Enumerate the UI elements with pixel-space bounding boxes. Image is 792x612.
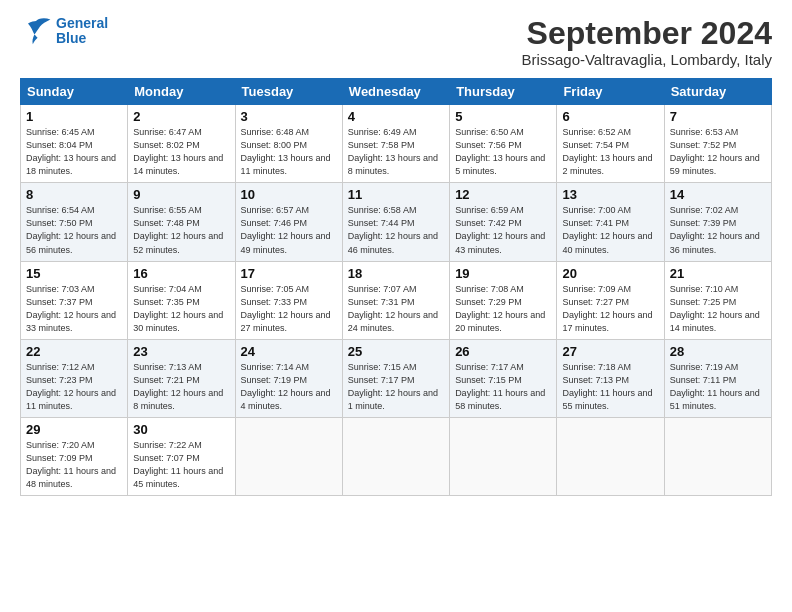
day-info: Sunrise: 6:49 AM Sunset: 7:58 PM Dayligh… — [348, 126, 444, 178]
calendar-cell: 17 Sunrise: 7:05 AM Sunset: 7:33 PM Dayl… — [235, 261, 342, 339]
logo-text: General Blue — [56, 16, 108, 47]
calendar-cell — [342, 417, 449, 495]
calendar-cell: 1 Sunrise: 6:45 AM Sunset: 8:04 PM Dayli… — [21, 105, 128, 183]
day-number: 3 — [241, 109, 337, 124]
day-info: Sunrise: 7:13 AM Sunset: 7:21 PM Dayligh… — [133, 361, 229, 413]
calendar-cell: 18 Sunrise: 7:07 AM Sunset: 7:31 PM Dayl… — [342, 261, 449, 339]
calendar-cell: 30 Sunrise: 7:22 AM Sunset: 7:07 PM Dayl… — [128, 417, 235, 495]
header-friday: Friday — [557, 79, 664, 105]
header-thursday: Thursday — [450, 79, 557, 105]
day-number: 11 — [348, 187, 444, 202]
logo-icon — [20, 17, 52, 45]
day-number: 21 — [670, 266, 766, 281]
calendar-cell: 8 Sunrise: 6:54 AM Sunset: 7:50 PM Dayli… — [21, 183, 128, 261]
calendar-cell — [450, 417, 557, 495]
calendar-cell: 29 Sunrise: 7:20 AM Sunset: 7:09 PM Dayl… — [21, 417, 128, 495]
day-number: 4 — [348, 109, 444, 124]
day-info: Sunrise: 7:07 AM Sunset: 7:31 PM Dayligh… — [348, 283, 444, 335]
day-info: Sunrise: 7:14 AM Sunset: 7:19 PM Dayligh… — [241, 361, 337, 413]
calendar-cell: 19 Sunrise: 7:08 AM Sunset: 7:29 PM Dayl… — [450, 261, 557, 339]
day-info: Sunrise: 6:55 AM Sunset: 7:48 PM Dayligh… — [133, 204, 229, 256]
day-info: Sunrise: 6:50 AM Sunset: 7:56 PM Dayligh… — [455, 126, 551, 178]
day-number: 8 — [26, 187, 122, 202]
day-number: 9 — [133, 187, 229, 202]
calendar-cell: 12 Sunrise: 6:59 AM Sunset: 7:42 PM Dayl… — [450, 183, 557, 261]
day-info: Sunrise: 7:00 AM Sunset: 7:41 PM Dayligh… — [562, 204, 658, 256]
day-number: 28 — [670, 344, 766, 359]
location-title: Brissago-Valtravaglia, Lombardy, Italy — [522, 51, 772, 68]
day-number: 16 — [133, 266, 229, 281]
day-number: 25 — [348, 344, 444, 359]
day-info: Sunrise: 7:12 AM Sunset: 7:23 PM Dayligh… — [26, 361, 122, 413]
calendar-cell: 4 Sunrise: 6:49 AM Sunset: 7:58 PM Dayli… — [342, 105, 449, 183]
day-number: 5 — [455, 109, 551, 124]
day-info: Sunrise: 6:52 AM Sunset: 7:54 PM Dayligh… — [562, 126, 658, 178]
calendar-table: Sunday Monday Tuesday Wednesday Thursday… — [20, 78, 772, 496]
calendar-cell: 7 Sunrise: 6:53 AM Sunset: 7:52 PM Dayli… — [664, 105, 771, 183]
calendar-cell: 3 Sunrise: 6:48 AM Sunset: 8:00 PM Dayli… — [235, 105, 342, 183]
day-number: 17 — [241, 266, 337, 281]
day-number: 19 — [455, 266, 551, 281]
calendar-cell: 16 Sunrise: 7:04 AM Sunset: 7:35 PM Dayl… — [128, 261, 235, 339]
day-number: 24 — [241, 344, 337, 359]
day-info: Sunrise: 6:54 AM Sunset: 7:50 PM Dayligh… — [26, 204, 122, 256]
day-number: 27 — [562, 344, 658, 359]
day-number: 2 — [133, 109, 229, 124]
header-sunday: Sunday — [21, 79, 128, 105]
day-info: Sunrise: 7:20 AM Sunset: 7:09 PM Dayligh… — [26, 439, 122, 491]
calendar-cell — [664, 417, 771, 495]
day-number: 22 — [26, 344, 122, 359]
day-info: Sunrise: 7:19 AM Sunset: 7:11 PM Dayligh… — [670, 361, 766, 413]
day-info: Sunrise: 6:53 AM Sunset: 7:52 PM Dayligh… — [670, 126, 766, 178]
calendar-row: 8 Sunrise: 6:54 AM Sunset: 7:50 PM Dayli… — [21, 183, 772, 261]
calendar-cell: 6 Sunrise: 6:52 AM Sunset: 7:54 PM Dayli… — [557, 105, 664, 183]
calendar-cell: 13 Sunrise: 7:00 AM Sunset: 7:41 PM Dayl… — [557, 183, 664, 261]
header: General Blue September 2024 Brissago-Val… — [20, 16, 772, 68]
day-info: Sunrise: 7:09 AM Sunset: 7:27 PM Dayligh… — [562, 283, 658, 335]
header-tuesday: Tuesday — [235, 79, 342, 105]
calendar-cell: 28 Sunrise: 7:19 AM Sunset: 7:11 PM Dayl… — [664, 339, 771, 417]
day-info: Sunrise: 7:15 AM Sunset: 7:17 PM Dayligh… — [348, 361, 444, 413]
day-info: Sunrise: 7:22 AM Sunset: 7:07 PM Dayligh… — [133, 439, 229, 491]
day-number: 18 — [348, 266, 444, 281]
logo: General Blue — [20, 16, 108, 47]
calendar-cell: 25 Sunrise: 7:15 AM Sunset: 7:17 PM Dayl… — [342, 339, 449, 417]
title-section: September 2024 Brissago-Valtravaglia, Lo… — [522, 16, 772, 68]
day-number: 15 — [26, 266, 122, 281]
calendar-cell: 27 Sunrise: 7:18 AM Sunset: 7:13 PM Dayl… — [557, 339, 664, 417]
day-number: 14 — [670, 187, 766, 202]
day-info: Sunrise: 6:58 AM Sunset: 7:44 PM Dayligh… — [348, 204, 444, 256]
day-number: 7 — [670, 109, 766, 124]
calendar-row: 15 Sunrise: 7:03 AM Sunset: 7:37 PM Dayl… — [21, 261, 772, 339]
header-wednesday: Wednesday — [342, 79, 449, 105]
day-number: 13 — [562, 187, 658, 202]
calendar-cell: 2 Sunrise: 6:47 AM Sunset: 8:02 PM Dayli… — [128, 105, 235, 183]
day-number: 6 — [562, 109, 658, 124]
day-number: 23 — [133, 344, 229, 359]
day-info: Sunrise: 7:18 AM Sunset: 7:13 PM Dayligh… — [562, 361, 658, 413]
calendar-cell: 9 Sunrise: 6:55 AM Sunset: 7:48 PM Dayli… — [128, 183, 235, 261]
header-saturday: Saturday — [664, 79, 771, 105]
day-info: Sunrise: 7:02 AM Sunset: 7:39 PM Dayligh… — [670, 204, 766, 256]
calendar-cell: 20 Sunrise: 7:09 AM Sunset: 7:27 PM Dayl… — [557, 261, 664, 339]
calendar-cell: 5 Sunrise: 6:50 AM Sunset: 7:56 PM Dayli… — [450, 105, 557, 183]
day-info: Sunrise: 7:10 AM Sunset: 7:25 PM Dayligh… — [670, 283, 766, 335]
day-number: 20 — [562, 266, 658, 281]
calendar-row: 22 Sunrise: 7:12 AM Sunset: 7:23 PM Dayl… — [21, 339, 772, 417]
calendar-cell: 15 Sunrise: 7:03 AM Sunset: 7:37 PM Dayl… — [21, 261, 128, 339]
day-info: Sunrise: 6:59 AM Sunset: 7:42 PM Dayligh… — [455, 204, 551, 256]
header-monday: Monday — [128, 79, 235, 105]
day-info: Sunrise: 6:45 AM Sunset: 8:04 PM Dayligh… — [26, 126, 122, 178]
day-info: Sunrise: 7:05 AM Sunset: 7:33 PM Dayligh… — [241, 283, 337, 335]
calendar-cell — [557, 417, 664, 495]
calendar-cell: 14 Sunrise: 7:02 AM Sunset: 7:39 PM Dayl… — [664, 183, 771, 261]
day-info: Sunrise: 7:03 AM Sunset: 7:37 PM Dayligh… — [26, 283, 122, 335]
calendar-row: 1 Sunrise: 6:45 AM Sunset: 8:04 PM Dayli… — [21, 105, 772, 183]
day-info: Sunrise: 6:57 AM Sunset: 7:46 PM Dayligh… — [241, 204, 337, 256]
calendar-cell: 10 Sunrise: 6:57 AM Sunset: 7:46 PM Dayl… — [235, 183, 342, 261]
calendar-cell: 23 Sunrise: 7:13 AM Sunset: 7:21 PM Dayl… — [128, 339, 235, 417]
calendar-header-row: Sunday Monday Tuesday Wednesday Thursday… — [21, 79, 772, 105]
calendar-cell: 26 Sunrise: 7:17 AM Sunset: 7:15 PM Dayl… — [450, 339, 557, 417]
day-info: Sunrise: 6:47 AM Sunset: 8:02 PM Dayligh… — [133, 126, 229, 178]
day-number: 12 — [455, 187, 551, 202]
